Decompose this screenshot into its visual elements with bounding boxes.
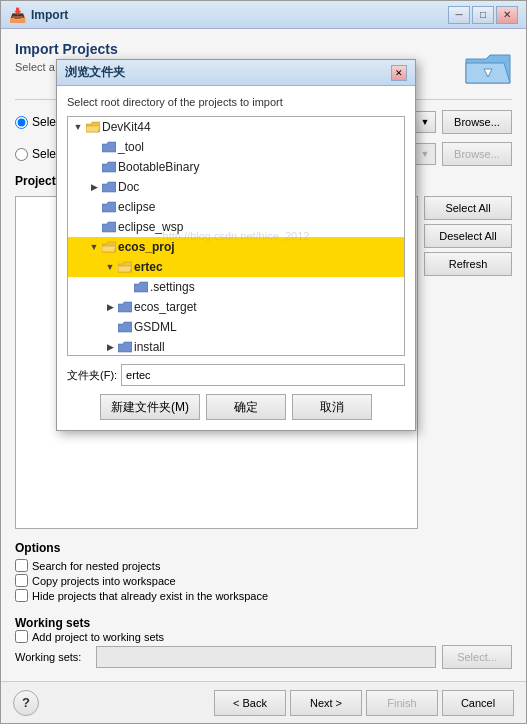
folder-icon bbox=[118, 321, 132, 333]
tree-expand-icon[interactable] bbox=[104, 321, 116, 333]
copy-projects-checkbox[interactable] bbox=[15, 574, 28, 587]
tree-node-label: .settings bbox=[150, 280, 195, 294]
dialog-instruction: Select root directory of the projects to… bbox=[67, 96, 405, 108]
dialog-close-button[interactable]: ✕ bbox=[391, 65, 407, 81]
deselect-all-button[interactable]: Deselect All bbox=[424, 224, 512, 248]
tree-node[interactable]: .settings bbox=[68, 277, 404, 297]
tree-node[interactable]: GSDML bbox=[68, 317, 404, 337]
window-title: Import bbox=[31, 8, 448, 22]
tree-expand-icon[interactable] bbox=[88, 221, 100, 233]
svg-marker-14 bbox=[134, 282, 148, 292]
tree-node-label: Doc bbox=[118, 180, 139, 194]
help-button[interactable]: ? bbox=[13, 690, 39, 716]
hide-projects-checkbox[interactable] bbox=[15, 589, 28, 602]
side-buttons: Select All Deselect All Refresh bbox=[424, 196, 512, 529]
copy-projects-row: Copy projects into workspace bbox=[15, 574, 512, 587]
close-button[interactable]: ✕ bbox=[496, 6, 518, 24]
options-title: Options bbox=[15, 541, 512, 555]
tree-node[interactable]: ▶ ecos_target bbox=[68, 297, 404, 317]
tree-node-label: _tool bbox=[118, 140, 144, 154]
tree-expand-icon[interactable]: ▼ bbox=[72, 121, 84, 133]
tree-expand-icon[interactable] bbox=[88, 141, 100, 153]
working-sets-label: Working sets: bbox=[15, 651, 90, 663]
ok-button[interactable]: 确定 bbox=[206, 394, 286, 420]
tree-expand-icon[interactable]: ▼ bbox=[88, 241, 100, 253]
tree-expand-icon[interactable] bbox=[88, 201, 100, 213]
tree-expand-icon[interactable]: ▶ bbox=[88, 181, 100, 193]
svg-marker-4 bbox=[86, 126, 100, 132]
tree-node-label: eclipse bbox=[118, 200, 155, 214]
working-sets-input bbox=[96, 646, 436, 668]
copy-projects-label: Copy projects into workspace bbox=[32, 575, 176, 587]
cancel-button[interactable]: Cancel bbox=[442, 690, 514, 716]
folder-icon bbox=[86, 121, 100, 133]
folder-icon bbox=[118, 341, 132, 353]
folder-icon bbox=[102, 201, 116, 213]
add-working-sets-checkbox[interactable] bbox=[15, 630, 28, 643]
tree-expand-icon[interactable] bbox=[120, 281, 132, 293]
svg-marker-5 bbox=[102, 142, 116, 152]
next-button[interactable]: Next > bbox=[290, 690, 362, 716]
tree-expand-icon[interactable]: ▶ bbox=[104, 341, 116, 353]
page-title: Import Projects bbox=[15, 41, 452, 57]
select-all-button[interactable]: Select All bbox=[424, 196, 512, 220]
folder-input[interactable] bbox=[121, 364, 405, 386]
root-dir-radio[interactable] bbox=[15, 116, 28, 129]
tree-expand-icon[interactable] bbox=[88, 161, 100, 173]
root-dir-dropdown[interactable]: ▼ bbox=[414, 111, 436, 133]
minimize-button[interactable]: ─ bbox=[448, 6, 470, 24]
dialog-title: 浏览文件夹 bbox=[65, 64, 391, 81]
working-sets-select-button: Select... bbox=[442, 645, 512, 669]
cancel-dialog-button[interactable]: 取消 bbox=[292, 394, 372, 420]
tree-node-label: eclipse_wsp bbox=[118, 220, 183, 234]
tree-node[interactable]: ▶ Doc bbox=[68, 177, 404, 197]
browse-root-button[interactable]: Browse... bbox=[442, 110, 512, 134]
working-sets-input-row: Working sets: Select... bbox=[15, 645, 512, 669]
folder-icon bbox=[134, 281, 148, 293]
svg-marker-6 bbox=[102, 162, 116, 172]
refresh-button[interactable]: Refresh bbox=[424, 252, 512, 276]
new-folder-button[interactable]: 新建文件夹(M) bbox=[100, 394, 200, 420]
hide-projects-label: Hide projects that already exist in the … bbox=[32, 590, 268, 602]
tree-node[interactable]: _tool bbox=[68, 137, 404, 157]
tree-node[interactable]: eclipse_wsp bbox=[68, 217, 404, 237]
working-sets-section: Working sets Add project to working sets… bbox=[15, 616, 512, 669]
back-button[interactable]: < Back bbox=[214, 690, 286, 716]
folder-label: 文件夹(F): bbox=[67, 368, 117, 383]
svg-marker-8 bbox=[102, 202, 116, 212]
folder-input-row: 文件夹(F): bbox=[67, 364, 405, 386]
tree-node-label: ertec bbox=[134, 260, 163, 274]
folder-tree[interactable]: http://blog.csdn.net/hice_2012 ▼ DevKit4… bbox=[67, 116, 405, 356]
tree-node[interactable]: ▼ ertec bbox=[68, 257, 404, 277]
svg-marker-9 bbox=[102, 222, 116, 232]
tree-expand-icon[interactable]: ▶ bbox=[104, 301, 116, 313]
tree-node[interactable]: ▶ install bbox=[68, 337, 404, 356]
add-to-working-sets-row: Add project to working sets bbox=[15, 630, 512, 643]
folder-icon bbox=[118, 261, 132, 273]
bottom-bar: ? < Back Next > Finish Cancel bbox=[1, 681, 526, 723]
folder-icon bbox=[118, 301, 132, 313]
folder-icon bbox=[102, 141, 116, 153]
finish-button: Finish bbox=[366, 690, 438, 716]
tree-node-label: install bbox=[134, 340, 165, 354]
dialog-title-bar: 浏览文件夹 ✕ bbox=[57, 60, 415, 86]
main-content: Import Projects Select a directory to se… bbox=[1, 29, 526, 681]
window-icon: 📥 bbox=[9, 7, 25, 23]
dialog-buttons: 新建文件夹(M) 确定 取消 bbox=[67, 394, 405, 420]
search-nested-row: Search for nested projects bbox=[15, 559, 512, 572]
browse-folder-dialog: 浏览文件夹 ✕ Select root directory of the pro… bbox=[56, 59, 416, 431]
search-nested-checkbox[interactable] bbox=[15, 559, 28, 572]
archive-radio[interactable] bbox=[15, 148, 28, 161]
svg-marker-11 bbox=[102, 246, 116, 252]
main-window: 📥 Import ─ □ ✕ Import Projects Select a … bbox=[0, 0, 527, 724]
folder-icon bbox=[102, 221, 116, 233]
tree-node[interactable]: ▼ ecos_proj bbox=[68, 237, 404, 257]
dialog-content: Select root directory of the projects to… bbox=[57, 86, 415, 430]
tree-node[interactable]: BootableBinary bbox=[68, 157, 404, 177]
tree-node[interactable]: ▼ DevKit44 bbox=[68, 117, 404, 137]
browse-archive-button: Browse... bbox=[442, 142, 512, 166]
tree-node[interactable]: eclipse bbox=[68, 197, 404, 217]
options-section: Options Search for nested projects Copy … bbox=[15, 541, 512, 604]
maximize-button[interactable]: □ bbox=[472, 6, 494, 24]
tree-expand-icon[interactable]: ▼ bbox=[104, 261, 116, 273]
